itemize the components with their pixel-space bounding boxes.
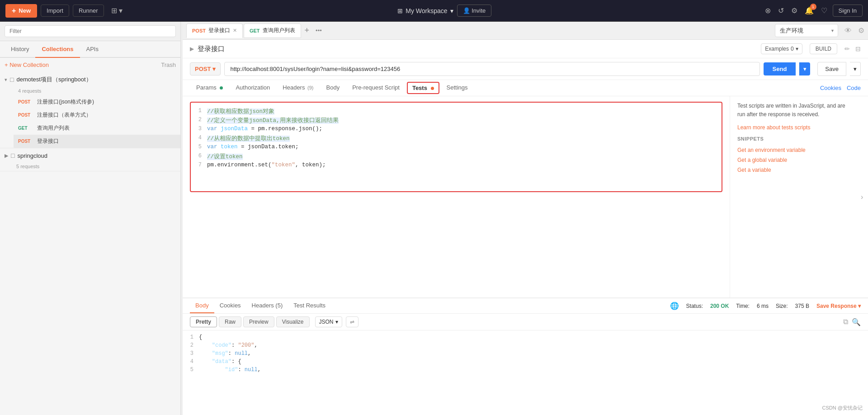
bottom-tab-headers[interactable]: Headers (5)	[246, 298, 288, 313]
url-input[interactable]	[224, 62, 760, 76]
env-view-button[interactable]: 👁	[844, 27, 852, 35]
folder-icon: □	[10, 76, 14, 83]
layout-switcher-button[interactable]: ⊞ ▾	[108, 5, 126, 17]
resp-tab-raw[interactable]: Raw	[219, 316, 241, 327]
request-name: 注册接口（表单方式）	[37, 111, 91, 119]
collection-header-springcloud[interactable]: ▶ □ springcloud	[0, 148, 180, 163]
more-tabs-button[interactable]: •••	[313, 27, 325, 34]
env-select[interactable]: 生产环境 开发环境 测试环境	[775, 24, 838, 37]
request-tabs: Params Authorization Headers (9) Body Pr…	[183, 80, 868, 96]
copy-response-button[interactable]: ⧉	[843, 318, 848, 326]
examples-button[interactable]: Examples 0 ▾	[761, 43, 802, 54]
workspace-grid-icon: ⊞	[397, 7, 403, 14]
edit-button[interactable]: ✏	[844, 45, 850, 52]
editor-area: 1 //获取相应数据json对象 2 //定义一个变量jsonData,用来接收…	[183, 96, 730, 297]
layout-button[interactable]: ⊟	[855, 45, 861, 52]
resp-tab-visualize[interactable]: Visualize	[276, 316, 310, 327]
json-format-select[interactable]: JSON ▾	[315, 316, 342, 327]
tab-query-users[interactable]: GET 查询用户列表	[244, 24, 301, 38]
json-line-2: 2 "code": "200",	[183, 342, 868, 350]
tab-authorization[interactable]: Authorization	[229, 80, 276, 95]
request-header-bar: ▶ 登录接口 Examples 0 ▾ BUILD ✏ ⊟	[183, 40, 868, 58]
bottom-tab-test-results[interactable]: Test Results	[288, 298, 331, 313]
code-line-7: 7 pm.environment.set("token", token);	[191, 161, 722, 170]
topbar-right: ⊗ ↺ ⚙ 🔔 1 ♡ Sign In	[763, 5, 863, 17]
send-button[interactable]: Send	[764, 62, 796, 75]
tab-body[interactable]: Body	[320, 80, 346, 95]
tab-name-login: 登录接口	[208, 27, 230, 34]
collection-header-demotest[interactable]: ▾ □ demotest项目（springboot）	[0, 72, 180, 87]
workspace-chevron-icon: ▾	[450, 7, 453, 14]
sidebar-tab-collections[interactable]: Collections	[35, 41, 80, 58]
expand-icon[interactable]: ▶	[190, 46, 194, 52]
runner-button[interactable]: Runner	[73, 5, 104, 17]
settings-button[interactable]: ⚙	[789, 5, 799, 17]
method-label: POST	[195, 66, 211, 72]
trash-button[interactable]: Trash	[161, 61, 176, 68]
tab-headers[interactable]: Headers (9)	[276, 80, 320, 95]
topbar-center: ⊞ My Workspace ▾ 👤 Invite	[130, 5, 760, 17]
snippet-global-var[interactable]: Get a global variable	[737, 155, 854, 165]
code-line-3: 3 var jsonData = pm.response.json();	[191, 125, 722, 134]
learn-more-link[interactable]: Learn more about tests scripts	[737, 124, 854, 131]
tab-settings[interactable]: Settings	[440, 80, 474, 95]
json-content: {	[199, 334, 202, 342]
tab-tests[interactable]: Tests	[407, 82, 439, 94]
request-item-query-users[interactable]: GET 查询用户列表	[14, 122, 180, 135]
bottom-tab-cookies[interactable]: Cookies	[214, 298, 246, 313]
invite-button[interactable]: 👤 Invite	[457, 5, 492, 17]
right-panel-info: Test scripts are written in JavaScript, …	[737, 102, 854, 119]
code-editor[interactable]: 1 //获取相应数据json对象 2 //定义一个变量jsonData,用来接收…	[190, 102, 722, 192]
filter-input[interactable]	[5, 25, 176, 37]
offline-icon-button[interactable]: ⊗	[763, 5, 773, 17]
json-content: "id": null,	[199, 367, 261, 375]
favorites-button[interactable]: ♡	[819, 5, 829, 17]
sidebar-tab-apis[interactable]: APIs	[80, 41, 105, 58]
split-content: 1 //获取相应数据json对象 2 //定义一个变量jsonData,用来接收…	[183, 96, 868, 297]
request-item-register-form[interactable]: POST 注册接口（表单方式）	[14, 108, 180, 122]
new-collection-button[interactable]: + New Collection	[5, 61, 49, 68]
tab-login[interactable]: POST 登录接口 ✕	[186, 24, 243, 38]
line-number: 2	[191, 117, 207, 125]
tab-close-login[interactable]: ✕	[233, 28, 237, 33]
workspace-button[interactable]: ⊞ My Workspace ▾	[397, 7, 453, 14]
method-select[interactable]: POST ▾	[190, 62, 221, 75]
snippet-env-var[interactable]: Get an environment variable	[737, 145, 854, 155]
word-wrap-button[interactable]: ⇌	[346, 316, 359, 327]
size-value: 375 B	[795, 303, 809, 309]
request-name: 查询用户列表	[37, 124, 70, 132]
save-response-button[interactable]: Save Response ▾	[816, 303, 861, 309]
tabs-bar: POST 登录接口 ✕ GET 查询用户列表 + ••• 生产环境 开发环境 测…	[183, 22, 868, 40]
snippet-get-var[interactable]: Get a variable	[737, 165, 854, 175]
cookies-link[interactable]: Cookies	[820, 85, 841, 91]
request-item-register-json[interactable]: POST 注册接口(json格式传参)	[14, 95, 180, 108]
sign-in-button[interactable]: Sign In	[833, 5, 863, 17]
tab-pre-request[interactable]: Pre-request Script	[346, 80, 406, 95]
resp-tab-pretty[interactable]: Pretty	[190, 316, 217, 327]
json-content: "code": "200",	[199, 342, 258, 350]
build-button[interactable]: BUILD	[810, 43, 837, 54]
add-tab-button[interactable]: +	[302, 26, 312, 35]
search-response-button[interactable]: 🔍	[852, 318, 861, 326]
bottom-tab-body[interactable]: Body	[190, 298, 214, 313]
notifications-button[interactable]: 🔔 1	[803, 5, 816, 17]
resp-tab-preview[interactable]: Preview	[243, 316, 274, 327]
send-dropdown-button[interactable]: ▾	[799, 62, 810, 75]
method-badge-post: POST	[18, 113, 33, 118]
right-panel-expand-button[interactable]: ›	[861, 193, 863, 201]
tab-params[interactable]: Params	[190, 80, 229, 95]
line-number: 1	[183, 334, 199, 342]
sidebar-tab-history[interactable]: History	[5, 41, 35, 58]
request-item-login[interactable]: POST 登录接口	[14, 135, 180, 148]
chevron-down-icon: ▾	[796, 46, 798, 52]
collection-group-springcloud: ▶ □ springcloud 5 requests	[0, 148, 180, 171]
new-button[interactable]: New	[5, 4, 37, 18]
env-settings-button[interactable]: ⚙	[858, 26, 864, 35]
save-button[interactable]: Save	[817, 62, 846, 76]
save-dropdown-button[interactable]: ▾	[850, 62, 861, 76]
refresh-button[interactable]: ↺	[776, 5, 786, 17]
code-link[interactable]: Code	[847, 85, 861, 91]
bottom-section: Body Cookies Headers (5) Test Results 🌐 …	[183, 297, 868, 415]
import-button[interactable]: Import	[41, 5, 69, 17]
sidebar: History Collections APIs + New Collectio…	[0, 22, 181, 415]
